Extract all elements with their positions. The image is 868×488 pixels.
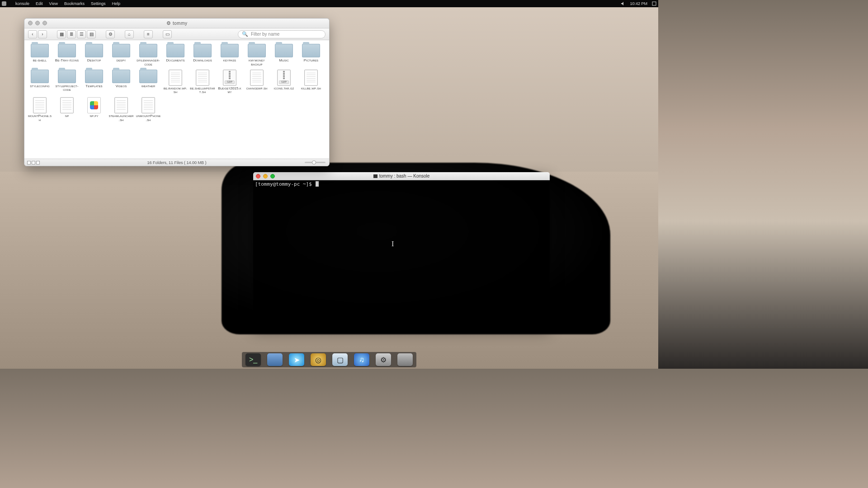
- session-menu-icon[interactable]: [652, 1, 656, 6]
- folder-item[interactable]: keypass: [216, 44, 243, 67]
- view-columns-button[interactable]: ☰: [77, 30, 86, 38]
- terminal-titlebar[interactable]: tommy : bash — Konsole: [253, 172, 550, 180]
- file-manager-titlebar[interactable]: ⚙ tommy: [24, 19, 329, 28]
- maximize-icon[interactable]: [270, 174, 275, 178]
- folder-item[interactable]: Desktop: [80, 44, 108, 67]
- dock-monitor-app[interactable]: ▢: [332, 353, 348, 366]
- dock-app-8[interactable]: [397, 353, 413, 366]
- file-item[interactable]: mountPhone.sh: [26, 97, 53, 122]
- menu-view[interactable]: View: [49, 1, 58, 6]
- view-compact-button[interactable]: ▤: [87, 30, 96, 38]
- nav-back-button[interactable]: ‹: [28, 30, 37, 38]
- terminal-window: tommy : bash — Konsole [tommy@tommy-pc ~…: [253, 172, 550, 327]
- dock: >_ ➤ ◎ ▢ ♫ ⚙: [242, 352, 416, 367]
- file-item[interactable]: killbe.wp.sh: [297, 70, 325, 95]
- text-file-icon: [60, 97, 74, 113]
- text-file-icon: [304, 70, 318, 86]
- folder-item[interactable]: be-shell: [26, 44, 53, 67]
- close-icon[interactable]: [28, 21, 33, 25]
- folder-icon: [58, 44, 76, 57]
- settings-gear-button[interactable]: ⚙: [106, 30, 115, 38]
- title-gear-icon: ⚙: [166, 20, 171, 26]
- python-icon: [87, 97, 101, 113]
- dock-coin-app[interactable]: ◎: [311, 353, 326, 366]
- file-item[interactable]: steamlauncher.sh: [108, 97, 135, 122]
- item-label: be.random.wp.sh: [162, 87, 189, 95]
- folder-item[interactable]: Downloads: [189, 44, 216, 67]
- folder-icon: [275, 44, 293, 57]
- dock-terminal-app[interactable]: >_: [245, 353, 261, 366]
- menu-bookmarks[interactable]: Bookmarks: [64, 1, 85, 6]
- item-label: icons.tar.gz: [273, 87, 295, 91]
- folder-item[interactable]: kmymoney backup: [243, 44, 270, 67]
- folder-icon: [85, 44, 103, 57]
- menu-help[interactable]: Help: [112, 1, 120, 6]
- text-file-icon: [114, 97, 128, 113]
- dock-music-app[interactable]: ♫: [354, 353, 369, 366]
- maximize-icon[interactable]: [42, 21, 47, 25]
- view-list-button[interactable]: ≣: [67, 30, 76, 38]
- clock[interactable]: 10:42 PM: [630, 1, 647, 6]
- menu-edit[interactable]: Edit: [36, 1, 43, 6]
- item-label: styleconfig: [29, 84, 50, 89]
- volume-icon[interactable]: [621, 1, 625, 6]
- folder-item[interactable]: weather: [135, 70, 162, 95]
- file-item[interactable]: be.shellwpstart.sh: [189, 70, 216, 95]
- file-item[interactable]: be.random.wp.sh: [162, 70, 189, 95]
- minimize-icon[interactable]: [263, 174, 268, 178]
- file-manager-title: tommy: [173, 21, 188, 26]
- folder-item[interactable]: despy: [108, 44, 135, 67]
- close-icon[interactable]: [256, 174, 260, 178]
- file-item[interactable]: np.py: [80, 97, 108, 122]
- folder-icon: [31, 70, 49, 83]
- sort-button[interactable]: ≡: [144, 30, 153, 38]
- folder-icon: [193, 44, 212, 57]
- filter-input[interactable]: 🔍 Filter by name: [238, 30, 326, 38]
- file-manager-body: be-shellBe-Tray-IconsDesktopdespydfilema…: [24, 40, 329, 159]
- menubar-app-name[interactable]: konsole: [15, 1, 29, 6]
- folder-item[interactable]: Templates: [80, 70, 108, 95]
- item-label: kmymoney backup: [243, 59, 270, 67]
- menu-settings[interactable]: Settings: [91, 1, 106, 6]
- terminal-cursor: [316, 181, 319, 187]
- text-file-icon: [250, 70, 264, 86]
- text-file-icon: [169, 70, 182, 86]
- folder-item[interactable]: Music: [270, 44, 297, 67]
- file-item[interactable]: changewp.sh: [243, 70, 270, 95]
- view-icons-button[interactable]: ▦: [57, 30, 66, 38]
- folder-item[interactable]: styleconfig: [26, 70, 53, 95]
- new-tab-button[interactable]: ▭: [163, 30, 172, 38]
- file-item[interactable]: GZIPBudget2015.kmy: [216, 70, 243, 95]
- nav-forward-button[interactable]: ›: [38, 30, 47, 38]
- item-label: Desktop: [86, 59, 102, 63]
- home-button[interactable]: ⌂: [125, 30, 134, 38]
- folder-item[interactable]: Videos: [108, 70, 135, 95]
- minimize-icon[interactable]: [35, 21, 40, 25]
- folder-icon: [166, 44, 184, 57]
- item-label: steamlauncher.sh: [108, 114, 135, 122]
- terminal-body[interactable]: [tommy@tommy-pc ~]$ I: [253, 180, 550, 327]
- dock-settings-app[interactable]: ⚙: [376, 353, 391, 366]
- dock-web-app[interactable]: ➤: [289, 353, 304, 366]
- item-label: mountPhone.sh: [26, 114, 53, 122]
- folder-item[interactable]: Be-Tray-Icons: [53, 44, 80, 67]
- file-item[interactable]: unmountPhone.sh: [135, 97, 162, 122]
- status-box-1[interactable]: [27, 161, 31, 164]
- zoom-slider[interactable]: [305, 162, 326, 163]
- folder-item[interactable]: Pictures: [297, 44, 325, 67]
- file-item[interactable]: np: [53, 97, 80, 122]
- status-box-3[interactable]: [36, 161, 40, 164]
- folder-icon: [221, 44, 239, 57]
- item-label: unmountPhone.sh: [135, 114, 162, 122]
- archive-icon: GZIP: [277, 70, 291, 86]
- file-item[interactable]: GZIPicons.tar.gz: [270, 70, 297, 95]
- folder-item[interactable]: Documents: [162, 44, 189, 67]
- svg-rect-0: [652, 2, 656, 5]
- status-box-2[interactable]: [32, 161, 35, 164]
- archive-icon: GZIP: [223, 70, 236, 86]
- dock-finder-app[interactable]: [267, 353, 283, 366]
- item-label: Videos: [115, 84, 128, 89]
- folder-item[interactable]: dfilemanager-code: [135, 44, 162, 67]
- distro-logo-icon[interactable]: [2, 1, 6, 6]
- folder-item[interactable]: styleproject-code: [53, 70, 80, 95]
